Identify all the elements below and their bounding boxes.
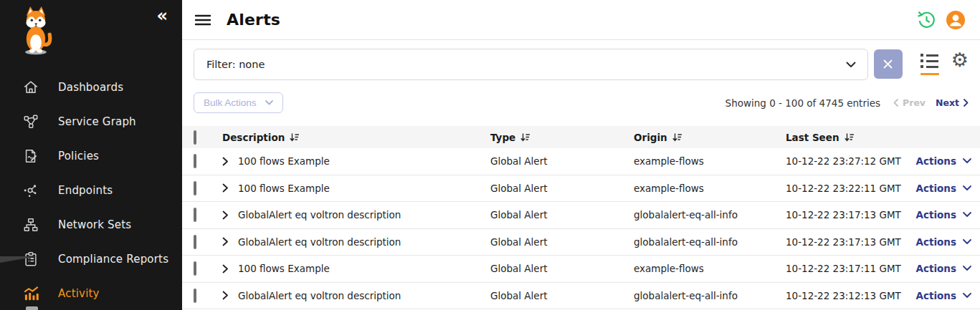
select-all-checkbox[interactable] (194, 130, 196, 145)
sidebar: « (0, 0, 182, 310)
row-checkbox[interactable] (194, 235, 196, 249)
row-actions-button[interactable]: Actions (913, 263, 974, 274)
alert-type: Global Alert (490, 290, 634, 301)
alert-origin: globalalert-eq-all-info (634, 236, 786, 248)
table-header-row: Description Type Origin Last Seen (182, 126, 980, 148)
expand-row-icon[interactable] (222, 157, 229, 166)
column-header-last-seen[interactable]: Last Seen (786, 132, 839, 143)
pager: Prev Next (893, 97, 969, 108)
chevron-down-icon (265, 100, 273, 105)
sidebar-item-network-sets[interactable]: Network Sets (0, 208, 182, 242)
sidebar-item-policies[interactable]: Policies (0, 139, 182, 173)
endpoints-icon (22, 182, 39, 199)
chevron-down-icon (963, 185, 971, 191)
sidebar-item-activity[interactable]: Activity (0, 276, 182, 310)
filter-dropdown[interactable]: Filter: none (194, 49, 868, 80)
next-page-button[interactable]: Next (936, 97, 969, 108)
clear-x-icon (883, 59, 893, 69)
sort-icon[interactable] (290, 133, 299, 142)
sidebar-item-label: Activity (58, 287, 100, 300)
main-content: Alerts Filter: none (182, 0, 980, 310)
chevron-down-icon (846, 62, 856, 68)
column-header-type[interactable]: Type (490, 132, 515, 143)
cat-mascot-icon (16, 6, 56, 56)
sidebar-nav: Dashboards Service Graph Po (0, 70, 182, 310)
table-toolbar: Bulk Actions Showing 0 - 100 of 4745 ent… (182, 80, 980, 113)
row-checkbox[interactable] (194, 261, 196, 276)
alert-description: GlobalAlert eq voltron description (238, 209, 401, 221)
row-actions-button[interactable]: Actions (913, 155, 974, 167)
row-checkbox[interactable] (194, 289, 196, 303)
app-logo (0, 0, 182, 59)
sidebar-corner-decoration (0, 256, 37, 270)
actions-label: Actions (916, 263, 956, 274)
row-actions-button[interactable]: Actions (913, 236, 974, 248)
service-graph-icon (22, 113, 39, 130)
pagination-summary: Showing 0 - 100 of 4745 entries (726, 97, 880, 109)
sidebar-item-label: Compliance Reports (58, 253, 168, 266)
expand-row-icon[interactable] (222, 183, 229, 193)
list-view-toggle[interactable] (920, 54, 939, 75)
row-actions-button[interactable]: Actions (913, 183, 974, 194)
alert-description: 100 flows Example (238, 263, 330, 274)
alert-last-seen: 10-12-22 23:17:13 GMT (786, 236, 913, 248)
chevron-down-icon (963, 212, 971, 218)
alert-origin: example-flows (634, 155, 786, 167)
row-checkbox[interactable] (194, 208, 196, 222)
active-view-underline (920, 73, 939, 75)
alert-type: Global Alert (490, 155, 634, 167)
bulk-actions-button[interactable]: Bulk Actions (194, 92, 283, 113)
gear-icon[interactable]: ⚙ (951, 51, 969, 70)
row-checkbox[interactable] (194, 154, 196, 168)
column-header-description[interactable]: Description (222, 132, 285, 143)
page-header: Alerts (182, 0, 980, 40)
table-row: GlobalAlert eq voltron description Globa… (182, 283, 980, 310)
list-view-icon (920, 54, 938, 68)
sidebar-item-dashboards[interactable]: Dashboards (0, 70, 182, 105)
sort-icon[interactable] (845, 133, 854, 142)
expand-row-icon[interactable] (222, 210, 229, 220)
column-header-origin[interactable]: Origin (634, 132, 667, 143)
table-row: 100 flows Example Global Alert example-f… (182, 148, 980, 175)
user-avatar-icon[interactable] (946, 10, 966, 30)
sidebar-item-endpoints[interactable]: Endpoints (0, 173, 182, 208)
next-label: Next (936, 97, 959, 108)
alert-origin: globalalert-eq-all-info (634, 209, 786, 221)
sidebar-item-partial (26, 306, 38, 310)
alert-description: 100 flows Example (238, 183, 330, 194)
alert-last-seen: 10-12-22 23:17:11 GMT (786, 263, 913, 274)
actions-label: Actions (916, 236, 956, 248)
sidebar-item-label: Network Sets (58, 218, 131, 231)
chevron-down-icon (963, 239, 971, 245)
expand-row-icon[interactable] (222, 237, 229, 246)
expand-row-icon[interactable] (222, 291, 229, 300)
prev-page-button[interactable]: Prev (893, 97, 926, 108)
clear-filter-button[interactable] (874, 49, 903, 79)
row-checkbox[interactable] (194, 181, 196, 195)
history-icon[interactable] (916, 10, 936, 30)
table-row: GlobalAlert eq voltron description Globa… (182, 202, 980, 229)
row-actions-button[interactable]: Actions (913, 209, 974, 221)
table-row: GlobalAlert eq voltron description Globa… (182, 229, 980, 256)
sidebar-item-label: Service Graph (58, 115, 136, 128)
chevron-left-icon (893, 99, 898, 107)
sidebar-item-label: Policies (58, 150, 99, 163)
sort-icon[interactable] (520, 133, 530, 142)
actions-label: Actions (916, 183, 956, 194)
table-row: 100 flows Example Global Alert example-f… (182, 256, 980, 283)
alert-last-seen: 10-12-22 23:12:13 GMT (786, 290, 913, 301)
sidebar-collapse-icon[interactable]: « (156, 7, 168, 24)
home-icon (22, 79, 39, 96)
alert-origin: globalalert-eq-all-info (634, 290, 786, 301)
hamburger-menu-icon[interactable] (194, 13, 212, 27)
expand-row-icon[interactable] (222, 264, 229, 273)
alert-origin: example-flows (634, 183, 786, 194)
sidebar-item-service-graph[interactable]: Service Graph (0, 105, 182, 139)
row-actions-button[interactable]: Actions (913, 290, 974, 301)
bulk-actions-label: Bulk Actions (204, 97, 257, 108)
chevron-down-icon (963, 158, 971, 164)
alert-last-seen: 10-12-22 23:22:11 GMT (786, 183, 913, 194)
alert-origin: example-flows (634, 263, 786, 274)
sort-icon[interactable] (672, 133, 682, 142)
page-title: Alerts (227, 11, 280, 29)
